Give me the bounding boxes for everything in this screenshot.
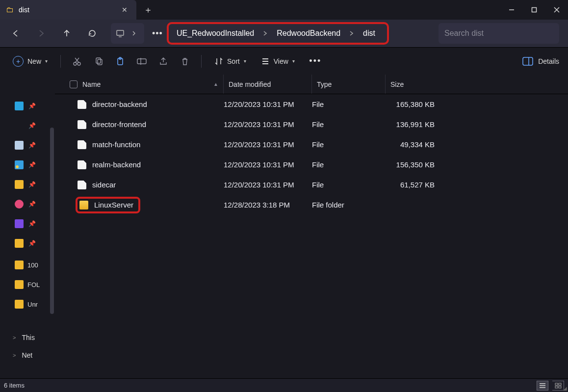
svg-rect-4 — [117, 30, 124, 35]
sidebar-scrollbar[interactable] — [50, 128, 54, 314]
separator — [201, 55, 202, 68]
rename-button[interactable] — [134, 54, 149, 69]
sort-label: Sort — [227, 57, 240, 65]
search-input[interactable]: Search dist — [439, 23, 559, 44]
close-window-button[interactable] — [545, 0, 568, 20]
chevron-right-icon[interactable] — [347, 29, 356, 38]
path-overflow-button[interactable]: ••• — [148, 28, 167, 39]
close-tab-button[interactable]: ✕ — [119, 4, 130, 16]
crumb-1[interactable]: RedwoodBackend — [274, 27, 343, 40]
cut-button[interactable] — [70, 54, 84, 69]
details-view-toggle[interactable] — [537, 381, 548, 391]
chevron-right-icon[interactable] — [261, 29, 270, 38]
video-icon — [15, 219, 24, 228]
file-row[interactable]: director-backend12/20/2023 10:31 PMFile1… — [55, 94, 568, 114]
crumb-0[interactable]: UE_RedwoodInstalled — [174, 27, 257, 40]
chevron-down-icon: ▾ — [45, 58, 48, 64]
column-size[interactable]: Size — [386, 75, 438, 94]
file-icon — [77, 160, 86, 169]
sort-button[interactable]: Sort ▾ — [210, 54, 250, 69]
crumb-2[interactable]: dist — [360, 27, 378, 40]
copy-button[interactable] — [91, 54, 106, 69]
thumbnails-view-toggle[interactable] — [552, 381, 564, 391]
sidebar-folder-item[interactable]: Unr — [10, 294, 55, 314]
share-button[interactable] — [156, 54, 171, 69]
column-name[interactable]: Name ▲ — [55, 75, 224, 94]
new-tab-button[interactable]: ＋ — [136, 0, 160, 20]
window-tab[interactable]: 🗀 dist ✕ — [0, 0, 136, 20]
item-count: 6 items — [4, 382, 25, 389]
sidebar-quick-item[interactable]: 📌 — [10, 175, 55, 194]
sort-icon — [214, 57, 223, 66]
sidebar-tree-label: This — [22, 334, 34, 341]
file-type: File — [312, 120, 386, 129]
resize-grip[interactable]: ◢ — [563, 386, 567, 391]
refresh-button[interactable] — [85, 26, 99, 40]
file-size: 49,334 KB — [386, 140, 438, 149]
pin-icon: 📌 — [28, 103, 36, 109]
column-type[interactable]: Type — [312, 75, 386, 94]
minimize-button[interactable] — [500, 0, 523, 20]
file-size: 156,350 KB — [386, 160, 438, 169]
chevron-right-icon[interactable] — [129, 31, 139, 36]
file-size: 61,527 KB — [386, 181, 438, 189]
sidebar-quick-item[interactable]: 📌 — [10, 214, 55, 234]
file-type: File folder — [312, 201, 386, 209]
address-bar[interactable]: ••• UE_RedwoodInstalled RedwoodBackend d… — [111, 23, 427, 44]
command-bar: + New ▾ Sort ▾ — [0, 47, 568, 75]
file-row[interactable]: match-function12/20/2023 10:31 PMFile49,… — [55, 134, 568, 155]
sidebar-quick-item[interactable]: 📌 — [10, 194, 55, 214]
sort-asc-icon: ▲ — [213, 81, 218, 87]
delete-button[interactable] — [178, 54, 192, 69]
file-icon — [77, 100, 86, 109]
details-pane-button[interactable]: Details — [522, 57, 559, 66]
file-row[interactable]: realm-backend12/20/2023 10:31 PMFile156,… — [55, 155, 568, 175]
new-button[interactable]: + New ▾ — [9, 53, 52, 70]
maximize-button[interactable] — [523, 0, 545, 20]
file-date: 12/28/2023 3:18 PM — [224, 201, 312, 209]
folder-icon: 🗀 — [6, 5, 14, 14]
navigation-pane: 📌📌📌📌📌📌📌📌 100FOLUnr >This>Net — [0, 75, 55, 378]
file-row[interactable]: director-frontend12/20/2023 10:31 PMFile… — [55, 114, 568, 134]
svg-rect-14 — [523, 57, 533, 65]
sidebar-tree-item[interactable]: >This — [13, 329, 55, 346]
dl-icon — [15, 121, 24, 130]
desktop-icon — [15, 102, 24, 110]
music-icon — [15, 200, 24, 209]
select-all-checkbox[interactable] — [70, 80, 77, 88]
new-label: New — [27, 57, 41, 65]
search-placeholder: Search dist — [444, 29, 484, 38]
pin-icon: 📌 — [28, 240, 36, 247]
file-row[interactable]: sidecar12/20/2023 10:31 PMFile61,527 KB — [55, 175, 568, 195]
back-button[interactable] — [9, 26, 23, 40]
sidebar-quick-item[interactable]: 📌 — [10, 234, 55, 253]
highlighted-folder: LinuxServer — [76, 197, 140, 213]
more-button[interactable]: ••• — [306, 54, 325, 69]
sidebar-folder-item[interactable]: 100 — [10, 255, 55, 275]
file-type: File — [312, 100, 386, 108]
file-row[interactable]: LinuxServer12/28/2023 3:18 PMFile folder — [55, 195, 568, 215]
view-button[interactable]: View ▾ — [257, 54, 299, 69]
svg-rect-12 — [137, 59, 146, 64]
sidebar-quick-item[interactable]: 📌 — [10, 135, 55, 155]
forward-button[interactable] — [34, 26, 48, 40]
file-type: File — [312, 160, 386, 169]
folder-icon — [79, 201, 88, 209]
location-root-pill[interactable] — [111, 23, 144, 44]
file-name: director-backend — [92, 100, 147, 108]
chevron-right-icon[interactable]: > — [13, 352, 16, 358]
column-date[interactable]: Date modified — [224, 75, 312, 94]
sidebar-folder-item[interactable]: FOL — [10, 275, 55, 294]
up-button[interactable] — [60, 26, 74, 40]
file-size: 136,991 KB — [386, 120, 438, 129]
paste-button[interactable] — [113, 54, 128, 69]
body: 📌📌📌📌📌📌📌📌 100FOLUnr >This>Net Name ▲ Date… — [0, 75, 568, 378]
sidebar-quick-item[interactable]: 📌 — [10, 155, 55, 175]
sidebar-quick-item[interactable]: 📌 — [10, 96, 55, 116]
sidebar-tree-item[interactable]: >Net — [13, 346, 55, 364]
file-list: director-backend12/20/2023 10:31 PMFile1… — [55, 94, 568, 378]
sidebar-quick-item[interactable]: 📌 — [10, 116, 55, 135]
pin-icon: 📌 — [28, 220, 36, 227]
chevron-right-icon[interactable]: > — [13, 335, 16, 340]
file-date: 12/20/2023 10:31 PM — [224, 160, 312, 169]
